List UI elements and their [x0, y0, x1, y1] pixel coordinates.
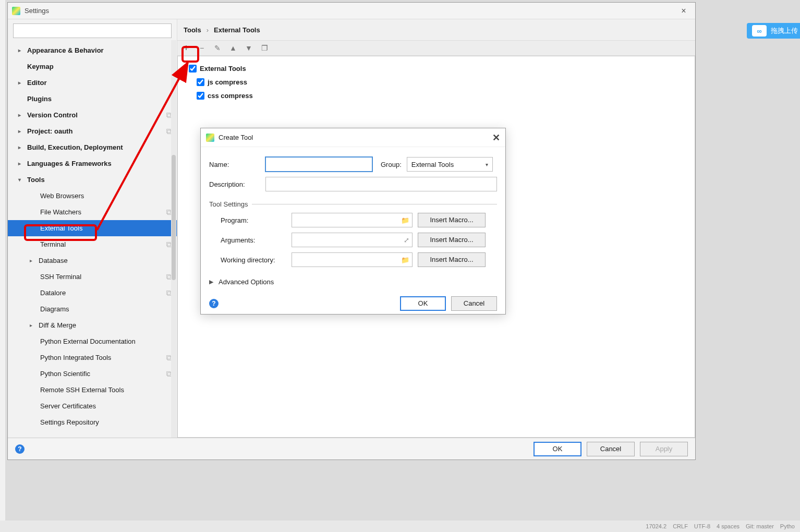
- ext-tools-tree[interactable]: ▾ External Tools js compress css compres…: [183, 62, 689, 102]
- svg-rect-16: [167, 371, 171, 375]
- close-icon[interactable]: ×: [676, 6, 691, 16]
- pycharm-icon: [12, 7, 20, 15]
- tree-label: Plugins: [27, 95, 52, 103]
- tree-item-plugins[interactable]: Plugins: [8, 91, 177, 107]
- ext-tool-row[interactable]: css compress: [183, 89, 689, 102]
- tree-item-database[interactable]: ▸Database: [8, 252, 177, 269]
- tree-label: Python Integrated Tools: [40, 354, 111, 361]
- description-label: Description:: [209, 180, 260, 188]
- expand-icon[interactable]: ⤢: [404, 236, 409, 244]
- chevron-right-icon: ▸: [18, 144, 25, 150]
- insert-macro-button[interactable]: Insert Macro...: [418, 213, 486, 227]
- group-dropdown[interactable]: External Tools ▾: [407, 157, 493, 172]
- tree-item-vcs[interactable]: ▸Version Control: [8, 107, 177, 123]
- tree-item-appearance[interactable]: ▸Appearance & Behavior: [8, 42, 177, 58]
- tree-label: Python External Documentation: [40, 337, 136, 345]
- move-up-icon[interactable]: ▲: [228, 43, 238, 53]
- breadcrumb-root[interactable]: Tools: [184, 26, 201, 34]
- arguments-input[interactable]: [292, 233, 413, 247]
- ok-button[interactable]: OK: [534, 442, 581, 456]
- divider: [252, 204, 497, 204]
- tree-item-terminal[interactable]: Terminal: [8, 236, 177, 252]
- edit-icon[interactable]: ✎: [213, 43, 222, 53]
- tree-label: Settings Repository: [40, 418, 99, 426]
- program-input[interactable]: [292, 213, 413, 227]
- tree-item-servercerts[interactable]: Server Certificates: [8, 398, 177, 414]
- upload-badge[interactable]: ∞ 拖拽上传: [747, 23, 800, 39]
- window-title: Settings: [25, 7, 49, 15]
- add-icon[interactable]: +: [181, 43, 191, 53]
- ext-group-row[interactable]: ▾ External Tools: [183, 62, 689, 75]
- folder-icon[interactable]: 📁: [401, 256, 409, 264]
- description-input[interactable]: [265, 177, 497, 191]
- chevron-right-icon: ▸: [30, 258, 36, 263]
- remove-icon[interactable]: −: [197, 43, 207, 53]
- svg-rect-12: [167, 291, 171, 294]
- tree-item-pyscientific[interactable]: Python Scientific: [8, 366, 177, 382]
- settings-tree[interactable]: ▸Appearance & Behavior Keymap ▸Editor Pl…: [8, 42, 177, 438]
- tree-label: Build, Execution, Deployment: [27, 143, 123, 151]
- tree-label: Database: [39, 257, 68, 264]
- chevron-right-icon: ▸: [18, 161, 25, 166]
- tree-item-pyextdoc[interactable]: Python External Documentation: [8, 333, 177, 349]
- tree-label: Keymap: [27, 63, 54, 70]
- search-row: ▾: [8, 19, 177, 42]
- tree-label: Terminal: [40, 240, 66, 248]
- advanced-options[interactable]: ▶ Advanced Options: [209, 278, 497, 286]
- scrollbar-thumb[interactable]: [172, 155, 176, 280]
- tree-item-settingsrepo[interactable]: Settings Repository: [8, 414, 177, 430]
- tree-item-webbrowsers[interactable]: Web Browsers: [8, 188, 177, 204]
- tree-item-pyinttools[interactable]: Python Integrated Tools: [8, 349, 177, 366]
- ok-button[interactable]: OK: [400, 296, 446, 311]
- tree-item-diffmerge[interactable]: ▸Diff & Merge: [8, 317, 177, 333]
- upload-badge-label: 拖拽上传: [771, 26, 798, 35]
- ext-tool-checkbox[interactable]: [197, 78, 204, 86]
- tree-label: External Tools: [40, 224, 82, 232]
- tree-item-build[interactable]: ▸Build, Execution, Deployment: [8, 139, 177, 155]
- ext-tool-checkbox[interactable]: [197, 92, 204, 100]
- ext-tool-label: js compress: [208, 78, 247, 86]
- tree-item-langfw[interactable]: ▸Languages & Frameworks: [8, 155, 177, 172]
- tree-item-sshterminal[interactable]: SSH Terminal: [8, 269, 177, 285]
- svg-rect-4: [167, 129, 171, 132]
- chevron-down-icon: ▾: [183, 66, 186, 71]
- name-input[interactable]: [265, 157, 372, 172]
- close-icon[interactable]: ✕: [492, 132, 500, 143]
- tree-item-editor[interactable]: ▸Editor: [8, 75, 177, 91]
- tree-label: Datalore: [40, 289, 66, 297]
- chevron-down-icon: ▾: [486, 162, 488, 167]
- move-down-icon[interactable]: ▼: [244, 43, 253, 53]
- search-input[interactable]: [13, 23, 172, 38]
- titlebar: Settings ×: [8, 3, 695, 19]
- help-icon[interactable]: ?: [15, 444, 25, 454]
- status-item: CRLF: [673, 523, 688, 529]
- tree-item-datalore[interactable]: Datalore: [8, 285, 177, 301]
- ext-tool-row[interactable]: js compress: [183, 75, 689, 89]
- cancel-button[interactable]: Cancel: [451, 296, 497, 311]
- tree-item-remotessh[interactable]: Remote SSH External Tools: [8, 382, 177, 398]
- ext-group-checkbox[interactable]: [189, 65, 197, 72]
- cancel-button[interactable]: Cancel: [587, 442, 635, 456]
- chevron-right-icon: ▸: [18, 47, 25, 53]
- folder-icon[interactable]: 📁: [401, 216, 409, 224]
- pycharm-icon: [206, 134, 214, 142]
- tree-item-project[interactable]: ▸Project: oauth: [8, 123, 177, 139]
- svg-rect-10: [167, 274, 171, 278]
- tree-item-external-tools[interactable]: External Tools: [8, 220, 177, 236]
- tree-item-filewatchers[interactable]: File Watchers: [8, 204, 177, 220]
- insert-macro-button[interactable]: Insert Macro...: [418, 233, 486, 247]
- copy-icon[interactable]: ❐: [260, 43, 269, 53]
- tree-item-diagrams[interactable]: Diagrams: [8, 301, 177, 317]
- section-label: Tool Settings: [209, 200, 248, 208]
- help-icon[interactable]: ?: [209, 299, 219, 308]
- tree-item-keymap[interactable]: Keymap: [8, 58, 177, 75]
- tree-label: File Watchers: [40, 208, 81, 216]
- ext-group-label: External Tools: [200, 65, 246, 72]
- breadcrumb-separator-icon: ›: [207, 26, 209, 34]
- insert-macro-button[interactable]: Insert Macro...: [418, 252, 486, 267]
- tree-item-tools[interactable]: ▾Tools: [8, 172, 177, 188]
- tree-label: Tools: [27, 176, 45, 184]
- workingdir-input[interactable]: [292, 252, 413, 267]
- tree-label: Appearance & Behavior: [27, 46, 104, 54]
- sidebar-scrollbar[interactable]: [171, 40, 176, 438]
